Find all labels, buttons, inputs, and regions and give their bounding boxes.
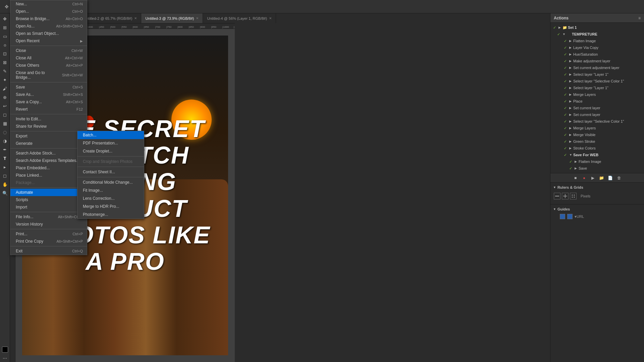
action-flatten-image-1[interactable]: ✓ ▶ Flatten Image bbox=[550, 38, 644, 44]
menu-scripts[interactable]: Scripts ▶ bbox=[10, 196, 87, 203]
menu-generate[interactable]: Generate ▶ bbox=[10, 140, 87, 147]
eyedropper-tool[interactable]: ✎ bbox=[1, 67, 9, 75]
menu-search-stock[interactable]: Search Adobe Stock... bbox=[10, 149, 87, 157]
menu-close[interactable]: Close Ctrl+W bbox=[10, 47, 87, 54]
menu-export[interactable]: Export ▶ bbox=[10, 132, 87, 140]
menu-invite-edit[interactable]: Invite to Edit... bbox=[10, 115, 87, 123]
more-tools-left[interactable]: ⋯ bbox=[1, 354, 9, 362]
action-set-current-adj[interactable]: ✓ ▶ Set current adjustment layer bbox=[550, 64, 644, 71]
tab-1-close[interactable]: ✕ bbox=[134, 16, 137, 20]
action-set1[interactable]: ✓ ▶ 📁 Set 1 bbox=[550, 24, 644, 31]
tab-2-close[interactable]: ✕ bbox=[196, 16, 199, 20]
ruler-style-dots[interactable] bbox=[570, 193, 577, 199]
menu-save-copy[interactable]: Save a Copy... Alt+Ctrl+S bbox=[10, 98, 87, 106]
clone-stamp-tool[interactable]: ⊕ bbox=[1, 93, 9, 101]
record-action-button[interactable]: ● bbox=[581, 175, 588, 181]
action-set-current-layer-1[interactable]: ✓ ▶ Set current layer bbox=[550, 105, 644, 111]
menu-save[interactable]: Save Ctrl+S bbox=[10, 83, 87, 91]
action-make-adj[interactable]: ✓ ▶ Make adjustment layer bbox=[550, 58, 644, 64]
ruler-style-grid[interactable] bbox=[562, 193, 569, 199]
gradient-tool[interactable]: ▦ bbox=[1, 119, 9, 127]
healing-brush-tool[interactable]: ✦ bbox=[1, 76, 9, 84]
submenu-merge-hdr[interactable]: Merge to HDR Pro... bbox=[77, 202, 144, 210]
move-tool[interactable]: ✥ bbox=[1, 15, 9, 23]
submenu-pdf-presentation[interactable]: PDF Presentation... bbox=[77, 139, 144, 147]
history-brush-tool[interactable]: ↩ bbox=[1, 102, 9, 110]
guide-color-picker[interactable] bbox=[560, 214, 565, 219]
foreground-color[interactable] bbox=[2, 347, 8, 353]
marquee-tool[interactable]: ▭ bbox=[1, 32, 9, 40]
guide-color-picker-2[interactable] bbox=[567, 214, 573, 219]
type-tool[interactable]: T bbox=[1, 154, 9, 162]
guides-header[interactable]: ▼ Guides bbox=[550, 206, 644, 213]
artboard-tool[interactable]: ⊞ bbox=[1, 23, 9, 32]
menu-close-all[interactable]: Close All Alt+Ctrl+W bbox=[10, 54, 87, 62]
action-merge-visible[interactable]: ✓ ▶ Merge Visible bbox=[550, 131, 644, 138]
new-action-button[interactable]: 📄 bbox=[607, 175, 614, 181]
action-select-selective-1[interactable]: ✓ ▶ Select layer "Selective Color 1" bbox=[550, 78, 644, 84]
menu-new[interactable]: New... Ctrl+N bbox=[10, 0, 87, 8]
menu-print-one-copy[interactable]: Print One Copy Alt+Shift+Ctrl+P bbox=[10, 238, 87, 245]
ruler-style-single[interactable] bbox=[554, 193, 560, 199]
hand-tool[interactable]: ✋ bbox=[1, 180, 9, 188]
move-tool-icon[interactable]: ✥ bbox=[3, 3, 11, 11]
play-selection-button[interactable]: ▶ bbox=[589, 175, 597, 181]
pen-tool[interactable]: ✒ bbox=[1, 145, 9, 154]
tab-2[interactable]: Untitled-3 @ 73.9% (RGB/8#) ✕ bbox=[141, 13, 203, 23]
action-green-stroke[interactable]: ✓ ▶ Green Stroke bbox=[550, 138, 644, 145]
zoom-tool[interactable]: 🔍 bbox=[1, 189, 9, 197]
menu-place-embedded[interactable]: Place Embedded... bbox=[10, 164, 87, 172]
action-select-selective-2[interactable]: ✓ ▶ Select layer "Selective Color 1" bbox=[550, 118, 644, 125]
submenu-create-droplet[interactable]: Create Droplet... bbox=[77, 147, 144, 155]
crop-tool[interactable]: ⊠ bbox=[1, 58, 9, 66]
guide-units[interactable]: ▾URL bbox=[575, 215, 584, 219]
menu-revert[interactable]: Revert F12 bbox=[10, 106, 87, 113]
menu-print[interactable]: Print... Ctrl+P bbox=[10, 230, 87, 238]
menu-open-recent[interactable]: Open Recent ▶ bbox=[10, 37, 87, 45]
menu-share-review[interactable]: Share for Review bbox=[10, 123, 87, 130]
submenu-conditional-mode[interactable]: Conditional Mode Change... bbox=[77, 178, 144, 186]
menu-close-go-bridge[interactable]: Close and Go to Bridge... Shift+Ctrl+W bbox=[10, 69, 87, 81]
action-layer-via-copy[interactable]: ✓ ▶ Layer Via Copy bbox=[550, 44, 644, 51]
path-select-tool[interactable]: ▸ bbox=[1, 163, 9, 171]
tab-3-close[interactable]: ✕ bbox=[269, 16, 272, 20]
stop-playback-button[interactable]: ■ bbox=[572, 175, 579, 181]
delete-action-button[interactable]: 🗑 bbox=[615, 175, 623, 181]
action-merge-layers-2[interactable]: ✓ ▶ Merge Layers bbox=[550, 125, 644, 131]
menu-version-history[interactable]: Version History bbox=[10, 221, 87, 228]
action-select-layer-1[interactable]: ✓ ▶ Select layer "Layer 1" bbox=[550, 71, 644, 78]
panel-options-icon[interactable]: ≡ bbox=[638, 16, 641, 20]
menu-open-as[interactable]: Open As... Alt+Shift+Ctrl+O bbox=[10, 22, 87, 30]
action-tempreture[interactable]: ✓ ▼ TEMPRETURE bbox=[550, 31, 644, 38]
menu-place-linked[interactable]: Place Linked... bbox=[10, 172, 87, 179]
menu-close-others[interactable]: Close Others Alt+Ctrl+P bbox=[10, 62, 87, 69]
tab-1[interactable]: Untitled-2 @ 65.7% (RGB/8#) ✕ bbox=[79, 13, 141, 23]
submenu-batch[interactable]: Batch... bbox=[77, 131, 144, 139]
menu-search-express[interactable]: Search Adobe Express Templates... bbox=[10, 157, 87, 164]
rulers-grids-header[interactable]: ▼ Rulers & Grids bbox=[550, 184, 644, 191]
shape-tool[interactable]: ◻ bbox=[1, 172, 9, 180]
menu-exit[interactable]: Exit Ctrl+Q bbox=[10, 247, 87, 255]
menu-file-info[interactable]: File Info... Alt+Shift+Ctrl+I bbox=[10, 213, 87, 221]
menu-automate[interactable]: Automate ▶ bbox=[10, 189, 87, 196]
menu-browse-bridge[interactable]: Browse in Bridge... Alt+Ctrl+O bbox=[10, 15, 87, 22]
submenu-lens-correction[interactable]: Lens Correction... bbox=[77, 194, 144, 202]
action-hue-saturation[interactable]: ✓ ▶ Hue/Saturation bbox=[550, 51, 644, 58]
new-set-button[interactable]: 📁 bbox=[598, 175, 605, 181]
action-save[interactable]: ✓ ▶ Save bbox=[550, 165, 644, 172]
object-select-tool[interactable]: ⊡ bbox=[1, 50, 9, 58]
menu-import[interactable]: Import ▶ bbox=[10, 203, 87, 211]
action-save-for-web[interactable]: ✓ ▼ Save For WEB bbox=[550, 152, 644, 158]
submenu-contact-sheet[interactable]: Contact Sheet II... bbox=[77, 168, 144, 176]
action-select-layer-1b[interactable]: ✓ ▶ Select layer "Layer 1" bbox=[550, 84, 644, 91]
brush-tool[interactable]: 🖌 bbox=[1, 84, 9, 93]
tab-3[interactable]: Untitled-4 @ 56% (Layer 1, RGB/8#) ✕ bbox=[203, 13, 276, 23]
menu-open[interactable]: Open... Ctrl+O bbox=[10, 8, 87, 15]
action-place[interactable]: ✓ ▶ Place bbox=[550, 98, 644, 105]
submenu-photomerge[interactable]: Photomerge... bbox=[77, 210, 144, 219]
action-set-current-layer-2[interactable]: ✓ ▶ Set current layer bbox=[550, 111, 644, 118]
menu-save-as[interactable]: Save As... Shift+Ctrl+S bbox=[10, 91, 87, 98]
action-stroke-colors[interactable]: ✓ ▶ Stroke Colors bbox=[550, 145, 644, 152]
lasso-tool[interactable]: ⌾ bbox=[1, 41, 9, 49]
menu-open-smart[interactable]: Open as Smart Object... bbox=[10, 30, 87, 37]
